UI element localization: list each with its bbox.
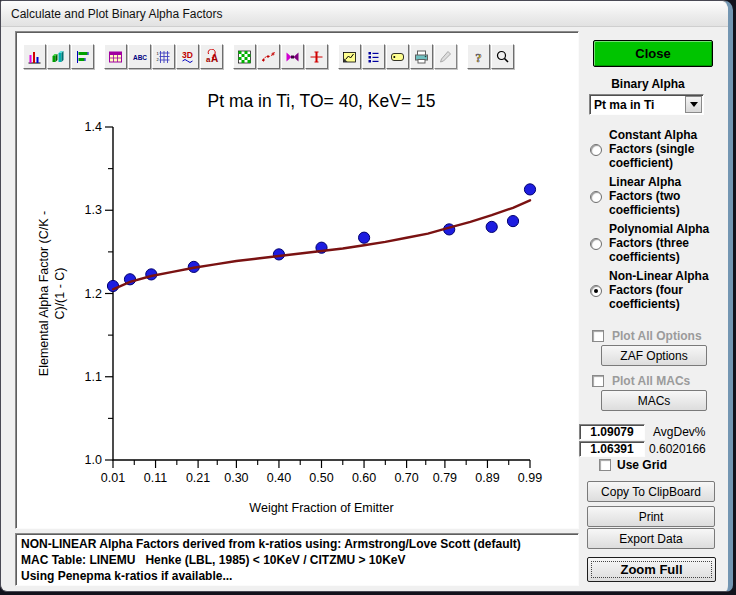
plot-all-macs-label: Plot All MACs — [612, 374, 690, 388]
tag-label-icon — [389, 49, 406, 65]
close-button-label: Close — [635, 46, 670, 61]
toolbar-button-three-d-bar-chart[interactable] — [47, 44, 70, 69]
x-tick-label: 0.99 — [518, 471, 542, 485]
copy-button-label: Copy To ClipBoard — [601, 485, 701, 499]
radio-nonlinear-alpha-label[interactable]: Non-Linear Alpha Factors (four coefficie… — [609, 269, 733, 311]
plot-panel: Pt ma in Ti, TO= 40, KeV= 151.01.11.21.3… — [15, 31, 579, 529]
toolbar-button-three-d-view[interactable]: 3D — [176, 44, 199, 69]
toolbar-button-curve-fit[interactable] — [257, 44, 280, 69]
dropdown-arrow-button[interactable] — [685, 96, 702, 113]
chart-report-icon — [341, 49, 358, 65]
data-point — [507, 216, 518, 227]
window-title: Calculate and Plot Binary Alpha Factors — [11, 7, 222, 21]
toolbar-button-chart-report[interactable] — [338, 44, 361, 69]
export-data-button[interactable]: Export Data — [587, 528, 715, 549]
macs-button[interactable]: MACs — [601, 390, 707, 411]
zaf-options-button[interactable]: ZAF Options — [601, 345, 707, 366]
data-table-icon — [107, 49, 124, 65]
print-button[interactable]: Print — [587, 506, 715, 527]
dialog-window: Calculate and Plot Binary Alpha Factors … — [0, 0, 733, 592]
toolbar-button-text-labels[interactable]: ABC — [128, 44, 151, 69]
pattern-fill-icon — [236, 49, 253, 65]
vertical-bar-chart-icon — [26, 49, 43, 65]
data-list-icon — [365, 49, 382, 65]
status-line: NON-LINEAR Alpha Factors derived from k-… — [21, 536, 573, 552]
x-tick-label: 0.11 — [144, 471, 167, 485]
svg-text:ABC: ABC — [133, 54, 147, 61]
toolbar-button-axis-grid[interactable]: 12 — [152, 44, 175, 69]
data-point — [486, 221, 497, 232]
radio-polynomial-alpha-label[interactable]: Polynomial Alpha Factors (three coeffici… — [609, 222, 733, 264]
y-tick-label: 1.2 — [85, 287, 102, 301]
toolbar-button-plot-wizard[interactable] — [281, 44, 304, 69]
x-axis-title: Weight Fraction of Emitter — [249, 501, 393, 515]
toolbar-group — [233, 44, 329, 69]
x-tick-label: 0.70 — [394, 471, 418, 485]
toolbar-button-help[interactable]: ? — [467, 44, 490, 69]
status-line: Using Penepma k-ratios if available... — [21, 568, 573, 584]
rotate-text-icon: aA — [203, 49, 220, 65]
use-grid-checkbox[interactable] — [599, 459, 611, 471]
toolbar-button-tag-label[interactable] — [386, 44, 409, 69]
horizontal-bar-chart-icon — [74, 49, 91, 65]
zoom-in-icon — [494, 49, 511, 65]
alpha-value-1: 1.09079 — [579, 424, 645, 440]
toolbar-group — [338, 44, 458, 69]
x-tick-label: 0.01 — [101, 471, 125, 485]
status-panel: NON-LINEAR Alpha Factors derived from k-… — [15, 533, 579, 586]
binary-alpha-label: Binary Alpha — [589, 77, 707, 91]
print-icon — [413, 49, 430, 65]
toolbar-button-rotate-text[interactable]: aA — [200, 44, 223, 69]
edit-pencil-icon — [437, 49, 454, 65]
three-d-view-icon: 3D — [179, 49, 196, 65]
y-tick-label: 1.4 — [85, 120, 102, 134]
help-icon: ? — [470, 49, 487, 65]
zaf-options-button-label: ZAF Options — [620, 349, 687, 363]
chart-area: Pt ma in Ti, TO= 40, KeV= 151.01.11.21.3… — [16, 32, 578, 528]
close-button[interactable]: Close — [593, 40, 713, 67]
toolbar-button-print[interactable] — [410, 44, 433, 69]
plot-all-options-label: Plot All Options — [612, 329, 702, 343]
toolbar-button-pattern-fill[interactable] — [233, 44, 256, 69]
y-tick-label: 1.3 — [85, 203, 102, 217]
toolbar-button-edit-pencil — [434, 44, 457, 69]
toolbar-button-vertical-bar-chart[interactable] — [23, 44, 46, 69]
svg-text:1: 1 — [157, 51, 160, 56]
chart-canvas: Pt ma in Ti, TO= 40, KeV= 151.01.11.21.3… — [16, 32, 578, 528]
x-tick-label: 0.60 — [352, 471, 376, 485]
dropdown-value: Pt ma in Ti — [590, 98, 685, 112]
error-bars-icon — [308, 49, 325, 65]
chart-title: Pt ma in Ti, TO= 40, KeV= 15 — [208, 91, 436, 111]
text-labels-icon: ABC — [131, 49, 148, 65]
plot-all-options-checkbox — [592, 330, 604, 342]
toolbar-button-data-table[interactable] — [104, 44, 127, 69]
toolbar-button-data-list[interactable] — [362, 44, 385, 69]
three-d-bar-chart-icon — [50, 49, 67, 65]
data-point — [359, 232, 370, 243]
radio-polynomial-alpha[interactable] — [590, 238, 602, 250]
svg-text:2: 2 — [157, 57, 160, 62]
toolbar-button-error-bars[interactable] — [305, 44, 328, 69]
radio-constant-alpha-label[interactable]: Constant Alpha Factors (single coefficie… — [609, 128, 733, 170]
toolbar-button-zoom-in[interactable] — [491, 44, 514, 69]
avgdev-label: AvgDev% — [653, 425, 705, 439]
toolbar-button-horizontal-bar-chart[interactable] — [71, 44, 94, 69]
binary-alpha-dropdown[interactable]: Pt ma in Ti — [589, 94, 704, 115]
axis-grid-icon: 12 — [155, 49, 172, 65]
macs-button-label: MACs — [638, 394, 671, 408]
toolbar-group: ABC123DaA — [104, 44, 224, 69]
copy-to-clipboard-button[interactable]: Copy To ClipBoard — [587, 481, 715, 502]
svg-text:?: ? — [475, 50, 482, 65]
export-data-button-label: Export Data — [619, 532, 682, 546]
radio-constant-alpha[interactable] — [590, 144, 602, 156]
radio-linear-alpha-label[interactable]: Linear Alpha Factors (two coefficients) — [609, 175, 733, 217]
y-tick-label: 1.1 — [85, 370, 102, 384]
y-axis-title-line2: C)/(1 - C) — [53, 267, 67, 319]
x-tick-label: 0.40 — [267, 471, 291, 485]
radio-nonlinear-alpha[interactable] — [590, 285, 602, 297]
zoom-full-button[interactable]: Zoom Full — [587, 557, 716, 582]
data-point — [524, 184, 535, 195]
title-bar[interactable]: Calculate and Plot Binary Alpha Factors — [1, 1, 728, 27]
chevron-down-icon — [690, 102, 698, 107]
radio-linear-alpha[interactable] — [590, 191, 602, 203]
